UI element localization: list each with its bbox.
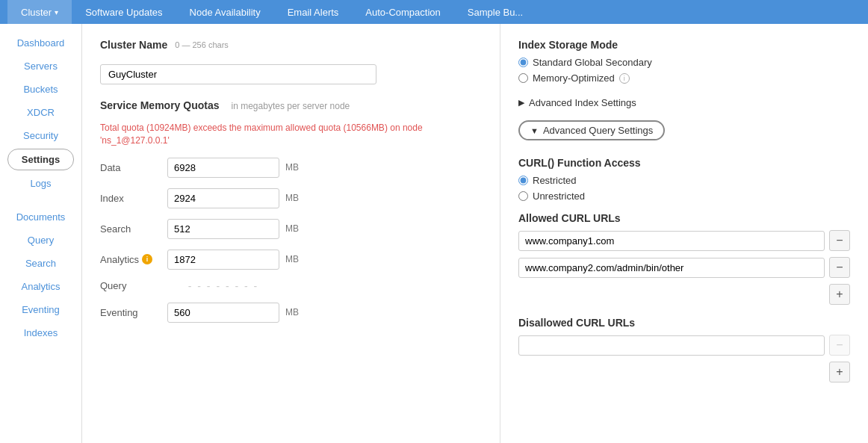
radio-standard-label[interactable]: Standard Global Secondary (533, 57, 652, 68)
radio-memory-optimized[interactable] (518, 73, 528, 83)
add-disallowed-url-button[interactable]: + (829, 362, 850, 382)
advanced-index-settings-label: Advanced Index Settings (529, 97, 636, 108)
sidebar-item-analytics[interactable]: Analytics (0, 275, 81, 298)
advanced-index-triangle-icon: ▶ (518, 98, 524, 108)
quota-section-title: Service Memory Quotas (100, 99, 220, 111)
sidebar-item-search[interactable]: Search (0, 252, 81, 275)
cluster-name-hint: 0 — 256 chars (175, 40, 229, 49)
quota-input-index[interactable] (167, 188, 279, 208)
cluster-caret-icon: ▾ (55, 8, 58, 16)
memory-optimized-info-icon[interactable]: i (619, 73, 630, 84)
allowed-url-row-2: − (518, 257, 850, 278)
content-area: Cluster Name 0 — 256 chars Service Memor… (82, 24, 868, 443)
sidebar-item-eventing[interactable]: Eventing (0, 298, 81, 321)
quota-unit-search: MB (285, 223, 299, 234)
advanced-query-settings-section: ▼ Advanced Query Settings (518, 120, 850, 146)
sidebar: Dashboard Servers Buckets XDCR Security … (0, 24, 82, 443)
radio-restricted[interactable] (518, 176, 528, 185)
allowed-url-input-2[interactable] (518, 258, 825, 278)
add-allowed-url-button[interactable]: + (829, 284, 850, 305)
quota-row-eventing: Eventing MB (100, 303, 482, 323)
sidebar-item-servers[interactable]: Servers (0, 55, 81, 78)
remove-disallowed-url-1-button: − (829, 335, 850, 356)
quota-label-eventing: Eventing (100, 307, 167, 318)
quota-input-eventing[interactable] (167, 303, 279, 323)
radio-restricted-label[interactable]: Restricted (533, 175, 577, 186)
quota-unit-index: MB (285, 193, 299, 203)
quota-row-analytics: Analytics i MB (100, 250, 482, 270)
right-panel: Index Storage Mode Standard Global Secon… (500, 24, 868, 443)
curl-access-radio-group: Restricted Unrestricted (518, 175, 850, 202)
sidebar-item-dashboard[interactable]: Dashboard (0, 31, 81, 55)
quota-header: Service Memory Quotas in megabytes per s… (100, 99, 482, 116)
quota-label-search: Search (100, 223, 167, 235)
quota-row-query: Query - - - - - - - - (100, 280, 482, 292)
sidebar-item-indexes[interactable]: Indexes (0, 321, 81, 344)
radio-memory-optimized-label[interactable]: Memory-Optimized (533, 72, 615, 84)
storage-mode-title: Index Storage Mode (518, 39, 850, 51)
storage-mode-section: Index Storage Mode Standard Global Secon… (518, 39, 850, 84)
nav-node-availability[interactable]: Node Availability (176, 0, 274, 24)
nav-auto-compaction[interactable]: Auto-Compaction (352, 0, 453, 24)
advanced-query-settings-label: Advanced Query Settings (543, 125, 653, 136)
disallowed-urls-section: Disallowed CURL URLs − + (518, 317, 850, 382)
radio-standard[interactable] (518, 58, 528, 67)
nav-software-updates[interactable]: Software Updates (72, 0, 176, 24)
allowed-url-row-1: − (518, 230, 850, 251)
quota-row-index: Index MB (100, 188, 482, 208)
nav-cluster[interactable]: Cluster ▾ (7, 0, 72, 24)
radio-row-standard: Standard Global Secondary (518, 57, 850, 68)
quota-row-data: Data MB (100, 158, 482, 178)
cluster-name-label: Cluster Name (100, 39, 167, 51)
remove-allowed-url-1-button[interactable]: − (829, 230, 850, 251)
quota-unit-eventing: MB (285, 307, 299, 317)
nav-sample-bucket[interactable]: Sample Bu... (454, 0, 536, 24)
quota-label-data: Data (100, 162, 167, 173)
left-panel: Cluster Name 0 — 256 chars Service Memor… (82, 24, 500, 443)
sidebar-item-query[interactable]: Query (0, 229, 81, 252)
allowed-urls-section: Allowed CURL URLs − − + (518, 212, 850, 305)
allowed-urls-title: Allowed CURL URLs (518, 212, 850, 224)
sidebar-item-buckets[interactable]: Buckets (0, 78, 81, 101)
sidebar-item-settings[interactable]: Settings (7, 149, 74, 170)
top-nav: Cluster ▾ Software Updates Node Availabi… (0, 0, 868, 24)
radio-row-restricted: Restricted (518, 175, 850, 186)
quota-input-search[interactable] (167, 219, 279, 239)
quota-row-search: Search MB (100, 219, 482, 239)
add-allowed-url-row: + (518, 284, 850, 305)
cluster-name-section: Cluster Name 0 — 256 chars (100, 39, 482, 51)
radio-unrestricted[interactable] (518, 191, 528, 201)
advanced-index-settings-header[interactable]: ▶ Advanced Index Settings (518, 97, 850, 108)
curl-access-section: CURL() Function Access Restricted Unrest… (518, 157, 850, 202)
analytics-info-icon[interactable]: i (142, 254, 152, 264)
add-disallowed-url-row: + (518, 362, 850, 382)
quota-input-analytics[interactable] (167, 250, 279, 270)
quota-dashes-query: - - - - - - - - (167, 280, 279, 292)
allowed-url-input-1[interactable] (518, 231, 825, 251)
sidebar-divider (0, 195, 81, 205)
quota-error-message: Total quota (10924MB) exceeds the maximu… (100, 122, 482, 147)
sidebar-item-documents[interactable]: Documents (0, 205, 81, 229)
quota-section: Service Memory Quotas in megabytes per s… (100, 99, 482, 323)
quota-label-query: Query (100, 280, 167, 291)
quota-input-data[interactable] (167, 158, 279, 178)
quota-hint: in megabytes per server node (232, 101, 350, 111)
quota-unit-analytics: MB (285, 254, 299, 264)
nav-email-alerts[interactable]: Email Alerts (274, 0, 353, 24)
radio-row-unrestricted: Unrestricted (518, 190, 850, 202)
disallowed-url-row-1: − (518, 335, 850, 356)
disallowed-urls-title: Disallowed CURL URLs (518, 317, 850, 329)
disallowed-url-input-1[interactable] (518, 335, 825, 356)
quota-label-index: Index (100, 193, 167, 204)
sidebar-item-security[interactable]: Security (0, 124, 81, 147)
remove-allowed-url-2-button[interactable]: − (829, 257, 850, 278)
advanced-query-settings-header[interactable]: ▼ Advanced Query Settings (518, 120, 665, 140)
quota-unit-data: MB (285, 162, 299, 173)
storage-mode-radio-group: Standard Global Secondary Memory-Optimiz… (518, 57, 850, 84)
sidebar-item-xdcr[interactable]: XDCR (0, 101, 81, 124)
cluster-name-input[interactable] (100, 64, 376, 84)
curl-access-title: CURL() Function Access (518, 157, 850, 169)
radio-unrestricted-label[interactable]: Unrestricted (533, 190, 585, 202)
sidebar-item-logs[interactable]: Logs (0, 172, 81, 195)
radio-row-memory-optimized: Memory-Optimized i (518, 72, 850, 84)
